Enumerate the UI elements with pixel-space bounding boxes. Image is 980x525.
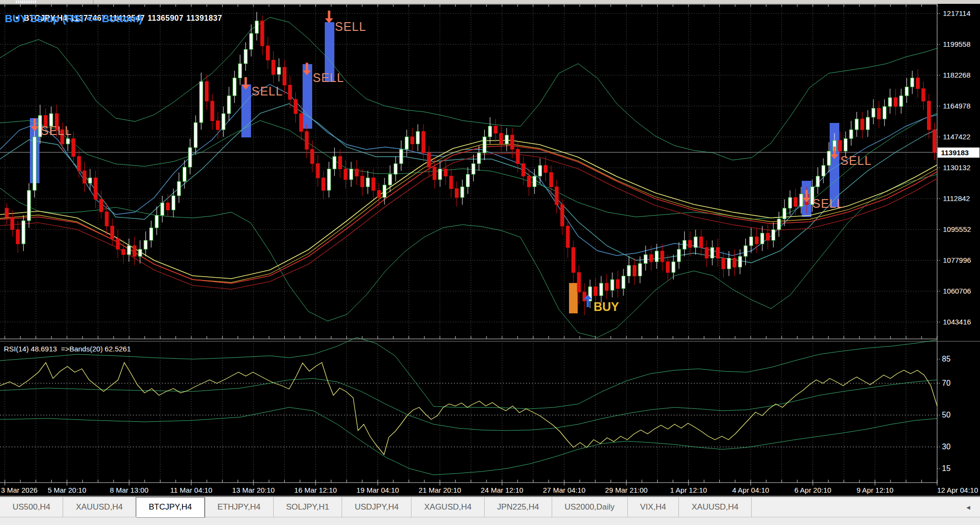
candle-body bbox=[83, 171, 86, 183]
tab-jpn225-h4[interactable]: JPN225,H4 bbox=[485, 497, 552, 517]
candle-body bbox=[188, 148, 192, 167]
candle-body bbox=[911, 78, 914, 87]
candle-body bbox=[666, 262, 670, 272]
candle-body bbox=[383, 185, 386, 198]
candle-body bbox=[355, 169, 358, 176]
price-axis-label: 1130132 bbox=[943, 163, 970, 172]
tab-usdjpy-h4[interactable]: USDJPY,H4 bbox=[342, 497, 411, 517]
candle-body bbox=[366, 178, 370, 187]
candle-body bbox=[27, 190, 31, 221]
candle-body bbox=[444, 169, 447, 176]
candle-body bbox=[622, 276, 625, 289]
candle-body bbox=[322, 178, 325, 190]
candle-body bbox=[877, 108, 881, 119]
candle-body bbox=[894, 97, 897, 107]
candle-body bbox=[300, 114, 303, 132]
tab-scroll-left-icon[interactable]: ◄ bbox=[965, 497, 971, 517]
tab-soljpy-h1[interactable]: SOLJPY,H1 bbox=[274, 497, 342, 517]
candle-body bbox=[77, 157, 80, 171]
candle-body bbox=[799, 194, 803, 206]
candle-body bbox=[205, 81, 209, 101]
candle-body bbox=[594, 287, 597, 296]
candle-body bbox=[533, 176, 536, 187]
candle-body bbox=[538, 165, 542, 176]
candle-body bbox=[922, 89, 925, 101]
candle-body bbox=[333, 157, 336, 169]
candle-body bbox=[572, 247, 575, 272]
candle-body bbox=[855, 119, 859, 130]
candle-body bbox=[250, 33, 253, 49]
candle-body bbox=[294, 99, 297, 114]
candle-body bbox=[677, 249, 681, 262]
rsi-axis-label: 85 bbox=[942, 355, 951, 363]
price-axis-label: 1112842 bbox=[943, 194, 970, 202]
candle-body bbox=[244, 49, 247, 64]
candle-body bbox=[472, 163, 475, 174]
candle-body bbox=[266, 46, 269, 60]
price-axis-label: 1077996 bbox=[943, 256, 971, 264]
candle-body bbox=[5, 208, 9, 217]
candle-body bbox=[461, 187, 464, 197]
candle-body bbox=[494, 126, 497, 134]
candle-body bbox=[783, 208, 786, 219]
candle-body bbox=[100, 199, 103, 212]
candle-body bbox=[149, 228, 153, 241]
candle-body bbox=[22, 221, 25, 244]
candle-body bbox=[94, 178, 97, 199]
candle-body bbox=[305, 132, 308, 149]
time-axis-label: 3 Mar 2026 bbox=[1, 486, 38, 494]
candle-body bbox=[66, 139, 69, 144]
candle-body bbox=[555, 187, 558, 204]
candle-body bbox=[433, 167, 436, 180]
tab-xauusd-h4[interactable]: XAUUSD,H4 bbox=[679, 497, 751, 517]
candle-body bbox=[516, 149, 519, 164]
candle-body bbox=[289, 85, 292, 99]
candle-body bbox=[544, 165, 547, 173]
candle-body bbox=[522, 163, 525, 176]
candle-body bbox=[11, 217, 14, 229]
time-axis-label: 13 Mar 20:10 bbox=[232, 486, 275, 494]
candle-body bbox=[138, 249, 142, 256]
time-axis-label: 29 Mar 21:00 bbox=[605, 486, 648, 494]
candle-body bbox=[794, 198, 797, 207]
candle-body bbox=[683, 241, 686, 250]
tab-xauusd-h4[interactable]: XAUUSD,H4 bbox=[63, 497, 135, 517]
tab-xagusd-h4[interactable]: XAGUSD,H4 bbox=[411, 497, 484, 517]
candle-body bbox=[672, 262, 675, 272]
candle-body bbox=[549, 173, 553, 187]
price-axis-label: 1043416 bbox=[943, 318, 971, 326]
candle-body bbox=[116, 239, 119, 249]
price-axis-label: 1164978 bbox=[943, 102, 970, 110]
candle-body bbox=[327, 169, 331, 190]
candle-body bbox=[160, 203, 164, 215]
tab-vix-h4[interactable]: VIX,H4 bbox=[628, 497, 679, 517]
candle-body bbox=[394, 163, 397, 174]
candle-body bbox=[477, 153, 481, 163]
chart-canvas[interactable]: SELLSELLSELLSELLSELLSELLBUY1217114119955… bbox=[0, 0, 980, 497]
tab-ethjpy-h4[interactable]: ETHJPY,H4 bbox=[205, 497, 273, 517]
rsi-axis-label: 50 bbox=[942, 411, 951, 419]
candle-body bbox=[927, 101, 930, 130]
tab-btcjpy-h4[interactable]: BTCJPY,H4 bbox=[136, 497, 205, 517]
candle-body bbox=[755, 237, 758, 244]
candle-body bbox=[455, 188, 458, 198]
candle-body bbox=[33, 137, 36, 190]
time-axis-label: 27 Mar 04:10 bbox=[543, 486, 585, 494]
candle-body bbox=[360, 176, 364, 187]
candle-body bbox=[422, 132, 425, 153]
rsi-axis-label: 30 bbox=[942, 443, 951, 451]
candle-body bbox=[866, 117, 870, 130]
candle-body bbox=[489, 126, 492, 137]
candle-body bbox=[616, 280, 620, 289]
candle-body bbox=[511, 135, 514, 149]
candle-body bbox=[399, 149, 403, 164]
tab-us2000-daily[interactable]: US2000,Daily bbox=[552, 497, 628, 517]
sell-label: SELL bbox=[40, 124, 72, 137]
candle-body bbox=[722, 258, 725, 269]
candle-body bbox=[72, 139, 75, 157]
candle-body bbox=[916, 78, 919, 89]
candle-body bbox=[172, 196, 175, 210]
tab-us500-h4[interactable]: US500,H4 bbox=[0, 497, 63, 517]
candle-body bbox=[605, 283, 609, 290]
candle-body bbox=[827, 151, 831, 165]
